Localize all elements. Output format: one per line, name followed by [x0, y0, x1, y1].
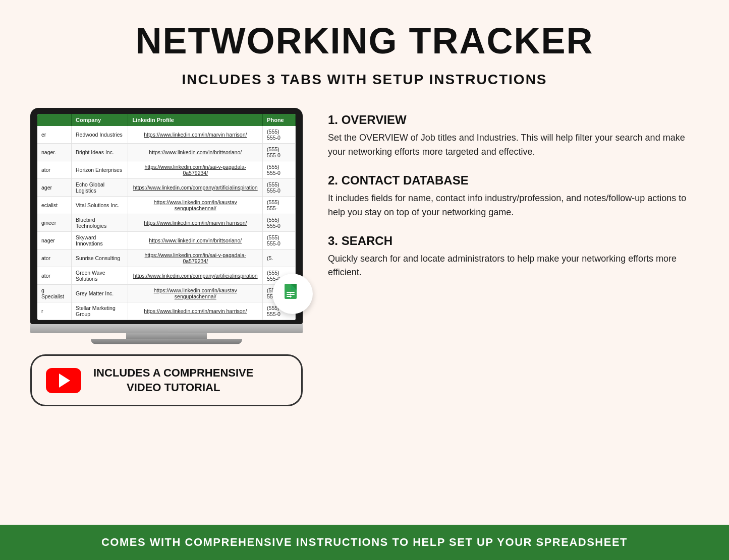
- cell-linkedin[interactable]: https://www.linkedin.com/in/kaustav seng…: [128, 197, 263, 214]
- table-row: agerEcho Global Logisticshttps://www.lin…: [37, 179, 296, 197]
- feature-desc-search: Quickly search for and locate administra…: [328, 252, 699, 280]
- subtitle: INCLUDES 3 TABS WITH SETUP INSTRUCTIONS: [30, 72, 699, 88]
- cell-linkedin[interactable]: https://www.linkedin.com/in/marvin harri…: [128, 214, 263, 232]
- cell-company: Green Wave Solutions: [71, 267, 128, 285]
- cell-role: nager.: [37, 144, 71, 161]
- cell-phone: (555) 555-: [263, 197, 296, 214]
- cell-company: Bluebird Technologies: [71, 214, 128, 232]
- cell-phone: (555) 555-0: [263, 232, 296, 250]
- main-content: NETWORKING TRACKER INCLUDES 3 TABS WITH …: [0, 0, 729, 525]
- feature-title-search: 3. SEARCH: [328, 234, 699, 248]
- table-row: atorGreen Wave Solutionshttps://www.link…: [37, 267, 296, 285]
- cell-role: r: [37, 302, 71, 320]
- feature-overview: 1. OVERVIEWSet the OVERVIEW of Job title…: [328, 113, 699, 159]
- cell-role: ator: [37, 161, 71, 179]
- cell-linkedin[interactable]: https://www.linkedin.com/in/marvin harri…: [128, 126, 263, 144]
- cell-phone: (555) 555-0: [263, 214, 296, 232]
- cell-role: ager: [37, 179, 71, 197]
- table-row: erRedwood Industrieshttps://www.linkedin…: [37, 126, 296, 144]
- laptop-screen-outer: Company Linkedin Profile Phone erRedwood…: [30, 108, 303, 324]
- cell-linkedin[interactable]: https://www.linkedin.com/in/brittsoriano…: [128, 144, 263, 161]
- cell-role: er: [37, 126, 71, 144]
- laptop-mockup: Company Linkedin Profile Phone erRedwood…: [30, 108, 303, 344]
- cell-linkedin[interactable]: https://www.linkedin.com/in/sai-v-pagada…: [128, 250, 263, 267]
- laptop-area: Company Linkedin Profile Phone erRedwood…: [30, 108, 303, 406]
- cell-role: ecialist: [37, 197, 71, 214]
- sheets-icon: [281, 282, 305, 306]
- cell-company: Bright Ideas Inc.: [71, 144, 128, 161]
- cell-company: Horizon Enterprises: [71, 161, 128, 179]
- cell-role: g Specialist: [37, 285, 71, 302]
- col-header-role: [37, 114, 71, 126]
- page-title: NETWORKING TRACKER: [30, 20, 699, 61]
- cell-linkedin[interactable]: https://www.linkedin.com/in/marvin harri…: [128, 302, 263, 320]
- cell-linkedin[interactable]: https://www.linkedin.com/in/brittsoriano…: [128, 232, 263, 250]
- feature-desc-overview: Set the OVERVIEW of Job titles and Indus…: [328, 131, 699, 159]
- cell-company: Grey Matter Inc.: [71, 285, 128, 302]
- bottom-banner: COMES WITH COMPREHENSIVE INSTRUCTIONS TO…: [0, 525, 729, 560]
- youtube-icon: [46, 368, 81, 393]
- table-row: nagerSkyward Innovationshttps://www.link…: [37, 232, 296, 250]
- cell-phone: (5.: [263, 250, 296, 267]
- cell-phone: (555) 555-0: [263, 161, 296, 179]
- spreadsheet-table: Company Linkedin Profile Phone erRedwood…: [37, 114, 296, 320]
- feature-contact-database: 2. CONTACT DATABASEIt includes fields fo…: [328, 173, 699, 220]
- tutorial-text: INCLUDES A COMPRHENSIVEVIDEO TUTORIAL: [93, 366, 253, 395]
- cell-linkedin[interactable]: https://www.linkedin.com/in/kaustav seng…: [128, 285, 263, 302]
- cell-phone: (555) 555-0: [263, 144, 296, 161]
- sheets-badge: [272, 274, 313, 314]
- cell-role: ator: [37, 250, 71, 267]
- cell-role: nager: [37, 232, 71, 250]
- cell-company: Redwood Industries: [71, 126, 128, 144]
- table-row: atorSunrise Consultinghttps://www.linked…: [37, 250, 296, 267]
- laptop-screen-inner: Company Linkedin Profile Phone erRedwood…: [37, 114, 296, 320]
- cell-company: Skyward Innovations: [71, 232, 128, 250]
- feature-title-contact-database: 2. CONTACT DATABASE: [328, 173, 699, 188]
- feature-title-overview: 1. OVERVIEW: [328, 113, 699, 127]
- col-header-company: Company: [71, 114, 128, 126]
- table-row: rStellar Marketing Grouphttps://www.link…: [37, 302, 296, 320]
- cell-linkedin[interactable]: https://www.linkedin.com/in/sai-v-pagada…: [128, 161, 263, 179]
- feature-desc-contact-database: It includes fields for name, contact inf…: [328, 192, 699, 220]
- table-row: ecialistVital Solutions Inc.https://www.…: [37, 197, 296, 214]
- cell-linkedin[interactable]: https://www.linkedin.com/company/artific…: [128, 267, 263, 285]
- cell-phone: (555) 555-0: [263, 126, 296, 144]
- cell-role: gineer: [37, 214, 71, 232]
- table-row: gineerBluebird Technologieshttps://www.l…: [37, 214, 296, 232]
- cell-company: Stellar Marketing Group: [71, 302, 128, 320]
- svg-rect-6: [287, 296, 292, 297]
- cell-role: ator: [37, 267, 71, 285]
- laptop-base: [30, 324, 303, 333]
- table-row: g SpecialistGrey Matter Inc.https://www.…: [37, 285, 296, 302]
- feature-search: 3. SEARCHQuickly search for and locate a…: [328, 234, 699, 280]
- cell-company: Vital Solutions Inc.: [71, 197, 128, 214]
- laptop-stand: [126, 333, 207, 339]
- tutorial-box[interactable]: INCLUDES A COMPRHENSIVEVIDEO TUTORIAL: [30, 354, 303, 406]
- cell-phone: (555) 555-0: [263, 179, 296, 197]
- cell-linkedin[interactable]: https://www.linkedin.com/company/artific…: [128, 179, 263, 197]
- laptop-foot: [91, 339, 242, 344]
- youtube-play-icon: [59, 374, 70, 388]
- cell-company: Echo Global Logistics: [71, 179, 128, 197]
- cell-company: Sunrise Consulting: [71, 250, 128, 267]
- middle-section: Company Linkedin Profile Phone erRedwood…: [30, 108, 699, 406]
- table-row: nager.Bright Ideas Inc.https://www.linke…: [37, 144, 296, 161]
- col-header-phone: Phone: [263, 114, 296, 126]
- table-row: atorHorizon Enterpriseshttps://www.linke…: [37, 161, 296, 179]
- col-header-linkedin: Linkedin Profile: [128, 114, 263, 126]
- features-area: 1. OVERVIEWSet the OVERVIEW of Job title…: [328, 108, 699, 294]
